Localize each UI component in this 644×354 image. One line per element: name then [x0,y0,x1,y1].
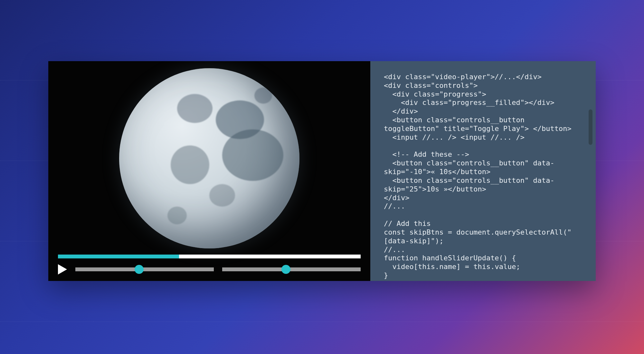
code-panel: <div class="video-player">//...</div> <d… [370,61,596,281]
code-block[interactable]: <div class="video-player">//...</div> <d… [384,73,582,280]
controls-row [58,264,361,275]
progress-filled [58,255,179,258]
play-icon[interactable] [58,264,67,275]
moon-image [119,68,299,248]
video-frame[interactable] [48,61,370,255]
rate-thumb[interactable] [281,265,290,274]
video-player [48,61,370,281]
volume-slider[interactable] [75,267,214,271]
scrollbar-thumb[interactable] [589,109,592,145]
video-controls [58,255,361,275]
progress-bar[interactable] [58,255,361,258]
volume-thumb[interactable] [135,265,144,274]
rate-slider[interactable] [222,267,361,271]
demo-stage: <div class="video-player">//...</div> <d… [48,61,596,281]
